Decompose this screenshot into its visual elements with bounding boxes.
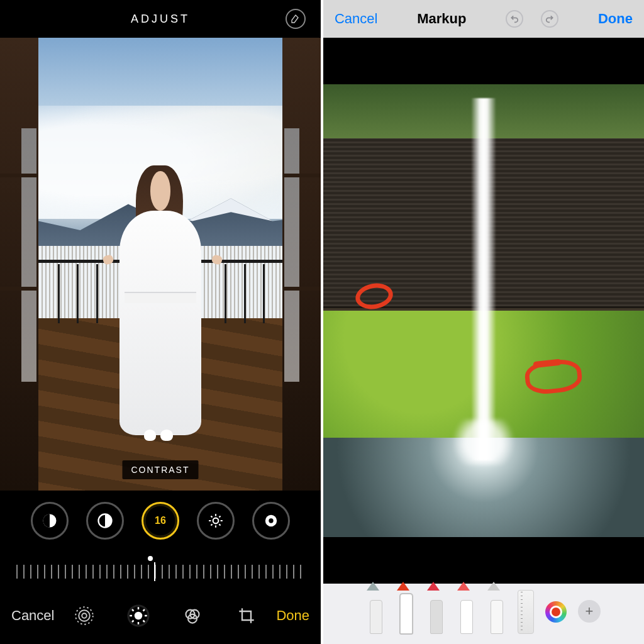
adjust-header: ADJUST [0, 0, 321, 38]
tool-pen[interactable] [367, 590, 386, 634]
live-mode-button[interactable] [73, 604, 96, 627]
adjust-bottom-bar: Cancel Done [0, 589, 321, 643]
tool-marker[interactable] [397, 590, 416, 634]
svg-point-8 [135, 612, 143, 620]
photo-preview[interactable]: CONTRAST [0, 38, 321, 491]
markup-title: Markup [417, 11, 466, 27]
markup-pane: Cancel Markup Done [323, 0, 644, 644]
tool-ruler[interactable] [518, 590, 534, 634]
cancel-button[interactable]: Cancel [11, 608, 54, 624]
contrast-value: 16 [155, 515, 166, 526]
crop-mode-button[interactable] [235, 604, 258, 627]
filters-mode-button[interactable] [181, 604, 204, 627]
adjust-slider[interactable] [0, 551, 321, 589]
photos-adjust-pane: ADJUST CONTRAST [0, 0, 321, 644]
adjust-mode-button[interactable] [127, 604, 150, 627]
photo-subject [109, 160, 211, 440]
add-shape-button[interactable]: + [578, 600, 601, 623]
tool-pencil[interactable] [427, 590, 446, 634]
brilliance-dial[interactable] [86, 502, 124, 540]
markup-header: Cancel Markup Done [323, 0, 644, 38]
slider-cursor [154, 562, 155, 581]
tool-eraser[interactable] [457, 590, 476, 634]
markup-cancel-button[interactable]: Cancel [335, 11, 377, 27]
done-button[interactable]: Done [276, 608, 309, 624]
tool-lasso[interactable] [487, 590, 506, 634]
svg-point-4 [269, 518, 273, 523]
markup-canvas-stage [323, 38, 644, 584]
markup-done-button[interactable]: Done [598, 11, 633, 27]
contrast-dial[interactable]: 16 [142, 502, 179, 540]
black-point-dial[interactable] [252, 502, 290, 540]
svg-point-2 [213, 518, 219, 524]
waterfall [471, 98, 497, 460]
markup-entry-button[interactable] [286, 9, 306, 29]
redo-button[interactable] [541, 10, 558, 28]
exposure-dial[interactable] [31, 502, 69, 540]
undo-button[interactable] [506, 10, 523, 28]
active-adjust-label: CONTRAST [123, 460, 199, 479]
adjustment-dials-row: 16 [0, 491, 321, 551]
markup-toolbar: + [323, 584, 644, 644]
svg-point-5 [82, 613, 87, 618]
adjust-title: ADJUST [131, 13, 190, 26]
color-picker-button[interactable] [545, 601, 567, 623]
undo-redo-group [506, 10, 558, 28]
svg-point-6 [79, 610, 90, 621]
brightness-dial[interactable] [197, 502, 235, 540]
slider-ticks [16, 565, 304, 579]
markup-canvas[interactable] [323, 84, 644, 537]
slider-origin-dot [148, 556, 153, 561]
